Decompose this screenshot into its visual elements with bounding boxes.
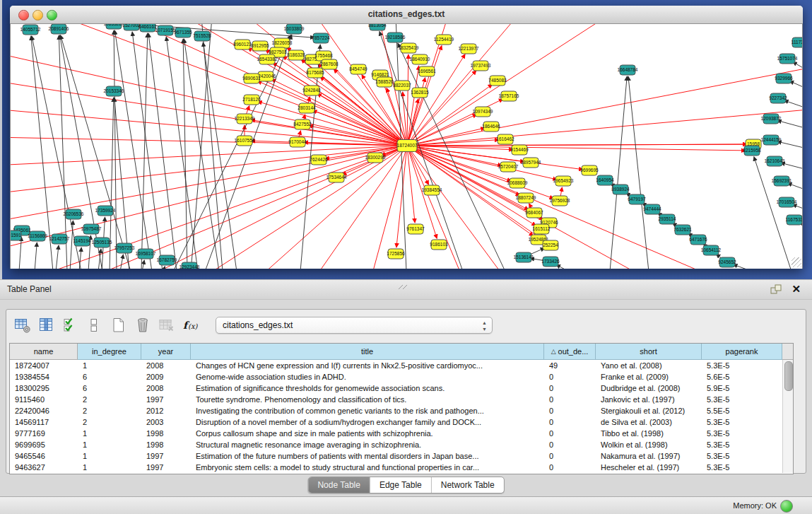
table-cell: 9463627 <box>10 463 78 472</box>
table-row[interactable]: 946362711997Embryonic stem cells: a mode… <box>10 462 793 473</box>
table-cell: 22420046 <box>10 407 78 415</box>
graph-node-label: 10975487 <box>81 226 102 231</box>
table-row[interactable]: 1456911722003Disruption of a novel membe… <box>10 416 793 428</box>
table-row[interactable]: 911546021997Tourette syndrome. Phenomeno… <box>10 394 793 405</box>
node-table-panel: f(x) citations_edges.txt ▲▼ namein_degre… <box>6 309 806 474</box>
table-cell: 5.6E-5 <box>702 373 782 381</box>
table-cell: 9115460 <box>10 395 78 404</box>
graph-node-label: 1167533 <box>786 217 802 222</box>
graph-node-label: 17957253 <box>114 245 135 250</box>
graph-node-label: 12444159 <box>761 137 782 142</box>
table-cell: Estimation of the future numbers of pati… <box>191 452 544 460</box>
table-cell: 1 <box>78 463 141 472</box>
graph-node-label: 17359924 <box>95 208 116 213</box>
column-header-pagerank[interactable]: pagerank <box>702 344 782 360</box>
table-cell: 5.3E-5 <box>702 361 782 370</box>
column-header-year[interactable]: year <box>141 344 191 360</box>
graph-node-label: 18757165 <box>499 93 519 98</box>
close-panel-icon[interactable]: ✕ <box>792 283 801 296</box>
zoom-button[interactable] <box>47 10 57 21</box>
column-header-title[interactable]: title <box>191 344 544 360</box>
table-cell: Investigating the contribution of common… <box>191 407 544 415</box>
column-header-out_de[interactable]: △out_de... <box>544 344 596 360</box>
graph-node-label: 16033809 <box>284 26 305 31</box>
graph-node-label: 10974349 <box>473 109 493 114</box>
graph-node-label: 20891406 <box>49 26 69 31</box>
delete-table-icon[interactable] <box>134 316 152 334</box>
table-row[interactable]: 1830029562008Estimation of significance … <box>10 382 793 394</box>
column-header-short[interactable]: short <box>596 344 702 360</box>
graph-node-label: 18724007 <box>397 143 418 148</box>
graph-node-label: 12213977 <box>459 46 479 51</box>
table-cell: 18300295 <box>10 384 78 392</box>
table-row[interactable]: 1938455462009Genome-wide association stu… <box>10 371 793 382</box>
graph-node-label: 252254 <box>543 243 558 247</box>
network-view-window[interactable]: citations_edges.txt 18724007896012389129… <box>10 6 803 269</box>
desktop-left-edge <box>0 0 2 279</box>
show-columns-icon[interactable] <box>37 316 56 334</box>
column-header-in_degree[interactable]: in_degree <box>78 344 141 360</box>
graph-node-label: 2718120 <box>242 97 261 102</box>
table-cell: de Silva et al. (2003) <box>596 418 702 426</box>
table-row[interactable]: 969969511998Structural magnetic resonanc… <box>10 439 793 450</box>
float-panel-icon[interactable] <box>770 284 782 298</box>
table-settings-icon[interactable] <box>13 316 32 334</box>
graph-node-label: 7632621 <box>673 227 692 232</box>
table-header-row: namein_degreeyeartitle△out_de...shortpag… <box>10 344 793 360</box>
graph-node-label: 9890631 <box>242 76 261 81</box>
graph-node-label: 9186103 <box>430 242 448 247</box>
column-header-name[interactable]: name <box>10 344 78 360</box>
table-panel-header: Table Panel ✕ <box>0 279 812 300</box>
vertical-scrollbar[interactable] <box>782 360 793 473</box>
table-row[interactable]: 946554611997Estimation of the future num… <box>10 450 793 462</box>
combo-stepper-icon: ▲▼ <box>482 320 487 332</box>
table-row[interactable]: 1872400712008Changes of HCN gene express… <box>10 360 793 371</box>
status-bar: Memory: OK <box>0 496 812 514</box>
svg-text:(x): (x) <box>188 322 199 330</box>
graph-node-label: 7857224 <box>312 35 330 40</box>
network-graph[interactable]: 1872400789601238912955182260589827503165… <box>11 24 802 269</box>
graph-node-label: 6466161 <box>139 24 157 29</box>
table-cell: Structural magnetic resonance image aver… <box>191 440 544 449</box>
graph-node-label: 1145194 <box>73 238 91 243</box>
window-titlebar[interactable]: citations_edges.txt <box>10 6 803 24</box>
tab-edge-table[interactable]: Edge Table <box>370 477 431 493</box>
graph-node-label: 8454749 <box>349 66 367 71</box>
graph-node-label: 11156869 <box>28 233 47 238</box>
table-cell: Disruption of a novel member of a sodium… <box>191 418 544 426</box>
table-cell: 9777169 <box>10 429 78 438</box>
table-cell: 2012 <box>141 407 191 415</box>
graph-node-label: 8186328 <box>287 52 305 57</box>
tab-network-table[interactable]: Network Table <box>431 477 504 493</box>
table-cell: 1998 <box>141 440 191 449</box>
graph-node-label: 1725856 <box>387 251 405 256</box>
table-cell: 9465546 <box>10 452 78 460</box>
graph-node-label: 9170044 <box>288 139 307 144</box>
new-table-icon[interactable] <box>110 316 128 334</box>
window-resize-grip[interactable] <box>792 257 801 267</box>
table-row[interactable]: 977716911998Corpus callosum shape and si… <box>10 428 793 439</box>
graph-node-label: 9684067 <box>525 210 543 215</box>
table-row[interactable]: 2242004622012Investigating the contribut… <box>10 405 793 416</box>
table-cell: 2003 <box>141 418 191 426</box>
function-builder-icon[interactable]: f(x) <box>182 316 200 334</box>
scrollbar-thumb[interactable] <box>784 361 793 391</box>
table-cell: Tourette syndrome. Phenomenology and cla… <box>191 395 544 404</box>
table-cell: Jankovic et al. (1997) <box>596 395 702 404</box>
tab-node-table[interactable]: Node Table <box>308 477 370 493</box>
graph-node-label: 18300295 <box>365 155 386 160</box>
minimize-button[interactable] <box>33 10 43 21</box>
table-selector[interactable]: citations_edges.txt ▲▼ <box>216 317 493 334</box>
table-cell: 0 <box>544 452 596 460</box>
unselect-all-icon[interactable] <box>86 316 104 334</box>
table-cell: 5.9E-5 <box>702 384 782 392</box>
network-canvas[interactable]: 1872400789601238912955182260589827503165… <box>10 24 803 269</box>
table-cell: 49 <box>544 361 596 370</box>
splitter-grip-icon[interactable] <box>397 280 410 293</box>
table-panel: Table Panel ✕ f(x) citations_edges.txt ▲… <box>0 279 812 514</box>
close-button[interactable] <box>18 10 29 21</box>
table-cell: 6 <box>78 384 141 392</box>
graph-node-label: 15720407 <box>498 164 519 169</box>
table-cell: 0 <box>544 463 596 472</box>
select-all-icon[interactable] <box>61 316 80 334</box>
